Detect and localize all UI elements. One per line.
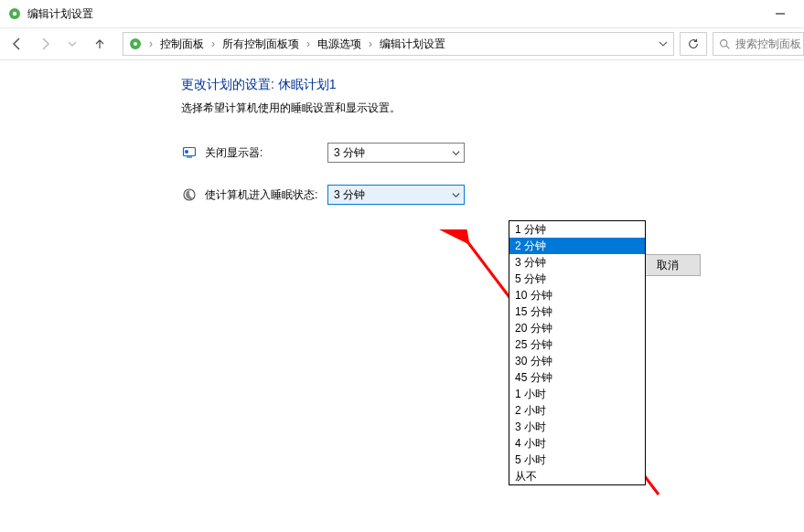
- dropdown-option[interactable]: 3 小时: [509, 419, 645, 435]
- app-icon: [7, 6, 22, 21]
- dropdown-option[interactable]: 4 小时: [509, 435, 645, 452]
- dropdown-option[interactable]: 从不: [509, 468, 645, 484]
- up-button[interactable]: [86, 30, 113, 58]
- chevron-right-icon: ›: [209, 37, 217, 50]
- breadcrumb: 控制面板 › 所有控制面板项 › 电源选项 › 编辑计划设置: [155, 34, 657, 55]
- setting-row-sleep: 使计算机进入睡眠状态: 3 分钟: [181, 184, 702, 206]
- dropdown-option[interactable]: 45 分钟: [509, 369, 645, 386]
- dropdown-option[interactable]: 3 分钟: [509, 254, 645, 271]
- crumb-control-panel[interactable]: 控制面板: [155, 34, 209, 55]
- dropdown-option[interactable]: 5 分钟: [509, 271, 645, 287]
- forward-button[interactable]: [31, 30, 59, 58]
- chevron-down-icon: [452, 149, 460, 157]
- dropdown-option[interactable]: 2 小时: [509, 402, 645, 419]
- search-icon: [719, 38, 731, 50]
- display-off-select[interactable]: 3 分钟: [327, 143, 465, 163]
- dropdown-option[interactable]: 10 分钟: [509, 287, 645, 303]
- crumb-edit-plan[interactable]: 编辑计划设置: [374, 34, 451, 55]
- setting-row-display-off: 关闭显示器: 3 分钟: [181, 142, 702, 164]
- chevron-down-icon[interactable]: [657, 39, 670, 48]
- dropdown-option[interactable]: 1 分钟: [509, 221, 645, 238]
- recent-locations-button[interactable]: [59, 30, 86, 58]
- back-button[interactable]: [4, 30, 31, 58]
- dropdown-option[interactable]: 20 分钟: [509, 320, 645, 336]
- crumb-all-items[interactable]: 所有控制面板项: [217, 34, 305, 55]
- chevron-down-icon: [452, 191, 460, 199]
- dropdown-option[interactable]: 2 分钟: [509, 238, 645, 254]
- display-off-value: 3 分钟: [334, 145, 365, 161]
- monitor-icon: [181, 144, 198, 161]
- content-area: 更改计划的设置: 休眠计划1 选择希望计算机使用的睡眠设置和显示设置。 关闭显示…: [0, 60, 804, 532]
- dropdown-option[interactable]: 5 小时: [509, 452, 645, 468]
- dropdown-option[interactable]: 30 分钟: [509, 353, 645, 369]
- chevron-right-icon: ›: [147, 37, 155, 50]
- svg-point-5: [721, 39, 727, 46]
- page-subtitle: 选择希望计算机使用的睡眠设置和显示设置。: [181, 101, 702, 116]
- sleep-value: 3 分钟: [334, 187, 365, 203]
- svg-point-4: [134, 42, 137, 46]
- dropdown-option[interactable]: 15 分钟: [509, 303, 645, 320]
- svg-point-8: [185, 150, 188, 154]
- nav-bar: › 控制面板 › 所有控制面板项 › 电源选项 › 编辑计划设置 搜索控制面板: [0, 27, 804, 60]
- svg-point-1: [13, 12, 16, 16]
- dropdown-option[interactable]: 1 小时: [509, 386, 645, 402]
- minimize-button[interactable]: [760, 0, 800, 27]
- chevron-right-icon: ›: [367, 37, 374, 50]
- sleep-select[interactable]: 3 分钟: [327, 185, 465, 205]
- page-title: 更改计划的设置: 休眠计划1: [181, 77, 702, 93]
- search-input[interactable]: 搜索控制面板: [713, 32, 804, 56]
- window-title: 编辑计划设置: [27, 6, 93, 22]
- display-off-label: 关闭显示器:: [205, 145, 324, 161]
- dropdown-option[interactable]: 25 分钟: [509, 336, 645, 353]
- control-panel-icon: [127, 36, 144, 52]
- refresh-button[interactable]: [680, 32, 707, 56]
- chevron-right-icon: ›: [305, 37, 312, 50]
- address-bar[interactable]: › 控制面板 › 所有控制面板项 › 电源选项 › 编辑计划设置: [123, 32, 674, 56]
- svg-line-6: [726, 46, 729, 48]
- title-bar: 编辑计划设置: [0, 0, 804, 27]
- sleep-dropdown-list[interactable]: 1 分钟2 分钟3 分钟5 分钟10 分钟15 分钟20 分钟25 分钟30 分…: [509, 220, 646, 485]
- moon-icon: [181, 186, 198, 203]
- search-placeholder: 搜索控制面板: [735, 37, 801, 52]
- crumb-power-options[interactable]: 电源选项: [312, 34, 367, 55]
- sleep-label: 使计算机进入睡眠状态:: [205, 187, 324, 203]
